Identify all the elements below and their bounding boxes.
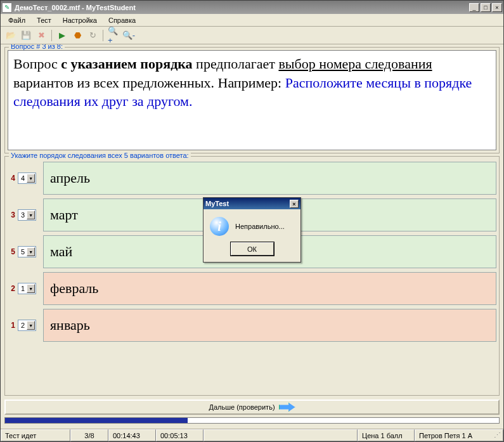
q-text: предполагает — [193, 56, 279, 72]
refresh-icon[interactable]: ↻ — [86, 29, 99, 42]
q-text-bold: с указанием порядка — [61, 56, 192, 72]
chevron-down-icon: ▼ — [27, 174, 35, 183]
order-dropdown[interactable]: 1▼ — [18, 283, 36, 294]
chevron-down-icon: ▼ — [27, 284, 35, 293]
chevron-down-icon: ▼ — [27, 321, 35, 330]
dropdown-value: 2 — [21, 322, 25, 329]
menubar: Файл Тест Настройка Справка — [1, 14, 503, 27]
window-title: ДемоТест_0002.mtf - MyTestStudent — [15, 4, 469, 11]
menu-settings[interactable]: Настройка — [58, 15, 102, 25]
dropdown-value: 3 — [21, 211, 25, 219]
q-text-underline: выбор номера следования — [278, 56, 432, 72]
answer-number: 2 — [9, 284, 15, 293]
menu-test[interactable]: Тест — [32, 15, 56, 25]
status-state: Тест идет — [1, 429, 70, 441]
answer-number: 3 — [9, 211, 15, 219]
status-price: Цена 1 балл — [358, 429, 415, 441]
info-icon: i — [210, 217, 229, 236]
answers-panel: Укажите порядок следования всех 5 вариан… — [4, 156, 500, 396]
answer-number: 4 — [9, 174, 15, 183]
q-text: вариантов из всех предложенных. Например… — [13, 75, 281, 91]
save-icon[interactable]: 💾 — [20, 29, 32, 42]
main-window: ✎ ДемоТест_0002.mtf - MyTestStudent _ □ … — [0, 0, 504, 442]
status-spacer — [204, 429, 358, 441]
answer-card[interactable]: апрель — [43, 162, 496, 195]
dialog-ok-button[interactable]: ОК — [231, 242, 274, 256]
app-icon: ✎ — [2, 3, 12, 13]
status-time-total: 00:14:43 — [108, 429, 156, 441]
minimize-button[interactable]: _ — [469, 3, 479, 12]
maximize-button[interactable]: □ — [481, 3, 491, 12]
arrow-right-icon — [279, 403, 295, 412]
statusbar: Тест идет 3/8 00:14:43 00:05:13 Цена 1 б… — [1, 429, 503, 441]
question-panel: Вопрос # 3 из 8: Вопрос с указанием поря… — [4, 47, 500, 153]
answer-row: 12▼январь — [8, 309, 496, 342]
answers-header: Укажите порядок следования всех 5 вариан… — [9, 152, 191, 159]
dialog-message: Неправильно... — [235, 223, 285, 230]
dialog-title: MyTest — [205, 200, 290, 207]
answer-card[interactable]: февраль — [43, 272, 496, 305]
play-icon[interactable]: ▶ — [56, 29, 68, 42]
dropdown-value: 1 — [21, 285, 25, 292]
dropdown-value: 4 — [21, 174, 25, 182]
close-button[interactable]: × — [492, 3, 502, 12]
toolbar: 📂 💾 ✖ ▶ ⬣ ↻ 🔍+ 🔍- — [1, 27, 503, 44]
chevron-down-icon: ▼ — [27, 247, 35, 256]
order-dropdown[interactable]: 3▼ — [18, 209, 36, 221]
q-text: Вопрос — [13, 56, 61, 72]
order-dropdown[interactable]: 4▼ — [18, 172, 36, 184]
dialog-titlebar: MyTest × — [204, 198, 300, 209]
progress-fill — [5, 418, 188, 423]
answer-row: 44▼апрель — [8, 162, 496, 195]
question-counter: Вопрос # 3 из 8: — [9, 44, 65, 50]
stop-icon[interactable]: ⬣ — [71, 29, 84, 42]
answer-row: 21▼февраль — [8, 272, 496, 305]
progress-bar — [4, 417, 500, 424]
open-icon[interactable]: 📂 — [4, 29, 17, 42]
menu-help[interactable]: Справка — [103, 15, 141, 25]
status-user: Петров Петя 1 А⋰ — [415, 429, 503, 441]
dialog-close-button[interactable]: × — [290, 200, 299, 208]
menu-file[interactable]: Файл — [3, 15, 30, 25]
chevron-down-icon: ▼ — [27, 211, 35, 219]
result-dialog: MyTest × i Неправильно... ОК — [203, 197, 301, 263]
status-time-elapsed: 00:05:13 — [156, 429, 204, 441]
dropdown-value: 5 — [21, 248, 25, 256]
order-dropdown[interactable]: 5▼ — [18, 246, 36, 257]
order-dropdown[interactable]: 2▼ — [18, 320, 36, 331]
question-text: Вопрос с указанием порядка предполагает … — [8, 50, 496, 150]
resize-grip-icon[interactable]: ⋰ — [494, 431, 499, 439]
next-button[interactable]: Дальше (проверить) — [4, 400, 500, 415]
delete-icon[interactable]: ✖ — [35, 29, 48, 42]
answer-number: 1 — [9, 321, 15, 330]
zoom-out-icon[interactable]: 🔍- — [122, 29, 135, 42]
titlebar: ✎ ДемоТест_0002.mtf - MyTestStudent _ □ … — [1, 1, 503, 14]
zoom-in-icon[interactable]: 🔍+ — [107, 29, 120, 42]
answer-card[interactable]: январь — [43, 309, 496, 342]
next-label: Дальше (проверить) — [209, 403, 275, 411]
status-progress: 3/8 — [70, 429, 108, 441]
answer-number: 5 — [9, 247, 15, 256]
